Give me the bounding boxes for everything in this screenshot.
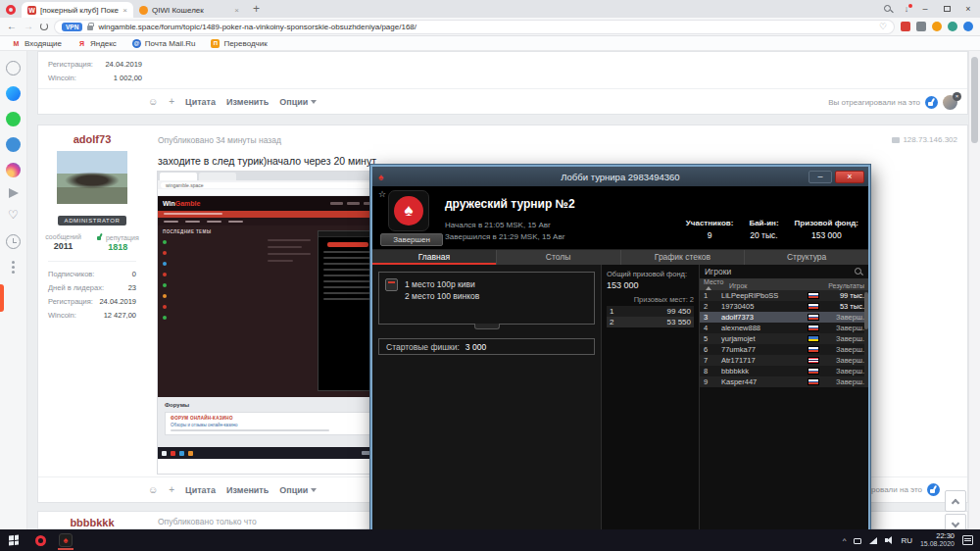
tournament-lobby-window[interactable]: ♠ Лобби турнира 2983494360 – × ☆ ♠ друже…: [370, 165, 870, 537]
players-table-header[interactable]: Место Игрок Результаты: [700, 278, 868, 290]
player-row[interactable]: 5 yurjamojet Заверш.: [700, 333, 868, 344]
player-row[interactable]: 2 19730405 53 тыс.: [700, 301, 868, 312]
lobby-close-button[interactable]: ×: [835, 171, 864, 183]
action-center-icon[interactable]: [962, 535, 973, 545]
clock[interactable]: 22:30 15.08.2020: [920, 531, 955, 549]
plus-react-icon[interactable]: +: [169, 96, 174, 107]
lobby-titlebar[interactable]: ♠ Лобби турнира 2983494360 – ×: [372, 167, 868, 186]
taskbar-pokerstars-icon[interactable]: ♠: [53, 529, 78, 551]
start-button[interactable]: [0, 529, 27, 551]
emoji-icon[interactable]: ☺: [148, 484, 158, 495]
player-row[interactable]: 4 alexnew888 Заверш.: [700, 323, 868, 333]
url-text[interactable]: wingamble.space/forum/topic/1489-poker-n…: [98, 23, 874, 31]
instagram-icon[interactable]: [6, 163, 21, 177]
emoji-icon[interactable]: ☺: [148, 96, 158, 107]
heart-icon[interactable]: ♡: [6, 209, 21, 224]
options-button[interactable]: Опции: [279, 97, 317, 107]
more-icon[interactable]: [6, 260, 21, 273]
post-attachment-screenshot[interactable]: wingamble.space WinGamble ПОСЛЕДНИЕ ТЕМЫ: [158, 172, 381, 474]
history-icon[interactable]: [6, 234, 21, 249]
entrants-info: Участников: 9: [686, 219, 734, 240]
tab-main[interactable]: Главная: [372, 250, 497, 265]
battery-icon[interactable]: [854, 538, 861, 544]
bookmarks-bar: M Входящие Я Яндекс @ Почта Mail.Ru П Пе…: [0, 36, 980, 51]
extension-icon[interactable]: [901, 22, 910, 31]
extension-icon[interactable]: [932, 22, 942, 31]
players-scrollbar[interactable]: [864, 290, 868, 387]
like-reaction-icon[interactable]: [927, 483, 940, 496]
author-name[interactable]: adolf73: [38, 133, 146, 145]
tab-structure[interactable]: Структура: [745, 250, 868, 265]
plus-react-icon[interactable]: +: [169, 484, 174, 495]
browser-tab-active[interactable]: W [покерный клуб] Покер н... ×: [22, 2, 133, 18]
like-reaction-icon[interactable]: [925, 96, 938, 109]
browser-tab-qiwi[interactable]: QIWI Кошелек ×: [133, 2, 245, 18]
options-button[interactable]: Опции: [279, 485, 317, 495]
bookmark-translator[interactable]: П Переводчик: [211, 39, 267, 48]
player-search-icon[interactable]: [854, 267, 863, 276]
tab-stack-graph[interactable]: График стеков: [621, 250, 746, 265]
quote-button[interactable]: Цитата: [185, 485, 216, 495]
forward-button[interactable]: →: [24, 22, 33, 31]
profile-avatar[interactable]: [963, 22, 973, 31]
bookmark-mailru[interactable]: @ Почта Mail.Ru: [132, 39, 196, 48]
taskbar-browser-icon[interactable]: [27, 529, 53, 551]
bookmark-yandex[interactable]: Я Яндекс: [77, 39, 117, 48]
player-row[interactable]: 1 LiLPeepRIPboSS 99 тыс.: [700, 290, 868, 301]
player-flag-icon: [808, 357, 819, 364]
bookmark-label: Входящие: [24, 39, 62, 48]
network-icon[interactable]: [869, 537, 877, 544]
player-row[interactable]: 6 77umka77 Заверш.: [700, 344, 868, 355]
tab-close-icon[interactable]: ×: [122, 6, 127, 15]
author-avatar[interactable]: [57, 151, 127, 204]
quote-button[interactable]: Цитата: [185, 97, 216, 107]
address-bar[interactable]: VPN wingamble.space/forum/topic/1489-pok…: [55, 21, 894, 33]
vk-icon[interactable]: [6, 137, 21, 152]
extension-icon[interactable]: [948, 22, 957, 31]
spade-icon: ♠: [378, 172, 383, 182]
downloads-icon[interactable]: ↓: [900, 4, 913, 14]
lobby-tab-bar: Главная Столы График стеков Структура: [372, 249, 868, 265]
player-row[interactable]: 7 Atr171717 Заверш.: [700, 355, 868, 366]
window-minimize-button[interactable]: –: [915, 1, 935, 18]
whatsapp-icon[interactable]: [6, 112, 21, 126]
author-name[interactable]: bbbbkkk: [38, 517, 146, 528]
extension-icon[interactable]: [916, 22, 926, 31]
player-row-selected[interactable]: 3 adolf7373 Заверш.: [700, 312, 868, 323]
browser-menu-icon[interactable]: [6, 5, 16, 15]
edit-button[interactable]: Изменить: [226, 485, 269, 495]
reload-button[interactable]: [40, 23, 48, 30]
back-button[interactable]: ←: [7, 22, 17, 31]
col-place[interactable]: Место: [704, 278, 729, 292]
scrollbar-thumb[interactable]: [971, 57, 978, 143]
send-icon[interactable]: [9, 188, 19, 198]
reactor-avatar[interactable]: [943, 95, 957, 110]
window-close-button[interactable]: ×: [958, 1, 978, 18]
window-maximize-button[interactable]: [937, 1, 956, 18]
col-player[interactable]: Игрок: [729, 282, 806, 289]
new-tab-button[interactable]: +: [245, 2, 268, 18]
prizepool-info: Призовой фонд: 153 000: [795, 219, 858, 240]
chat-bubble-icon[interactable]: [6, 61, 21, 75]
player-row[interactable]: 9 Kasper447 Заверш.: [700, 376, 868, 387]
bookmark-heart-icon[interactable]: ♡: [879, 22, 887, 31]
star-icon[interactable]: ☆: [378, 189, 386, 199]
edit-button[interactable]: Изменить: [226, 97, 269, 107]
info-value: 20 тыс.: [749, 230, 778, 240]
keyboard-language[interactable]: RU: [901, 536, 912, 545]
scroll-to-top-button[interactable]: [945, 490, 966, 512]
prize-row: 1 99 450: [607, 306, 694, 317]
page-scrollbar[interactable]: [968, 51, 980, 529]
volume-icon[interactable]: [885, 536, 893, 544]
lobby-minimize-button[interactable]: –: [808, 171, 832, 183]
vpn-badge[interactable]: VPN: [62, 23, 82, 31]
search-icon[interactable]: [883, 4, 894, 15]
chevron-down-icon: [311, 100, 317, 104]
tab-tables[interactable]: Столы: [497, 250, 621, 265]
tab-close-icon[interactable]: ×: [234, 6, 239, 15]
col-result[interactable]: Результаты: [821, 282, 864, 289]
bookmark-inbox[interactable]: M Входящие: [12, 39, 62, 48]
messenger-icon[interactable]: [6, 86, 21, 101]
tray-expand-icon[interactable]: ^: [843, 536, 847, 545]
player-row[interactable]: 8 bbbbkkk Заверш.: [700, 366, 868, 376]
